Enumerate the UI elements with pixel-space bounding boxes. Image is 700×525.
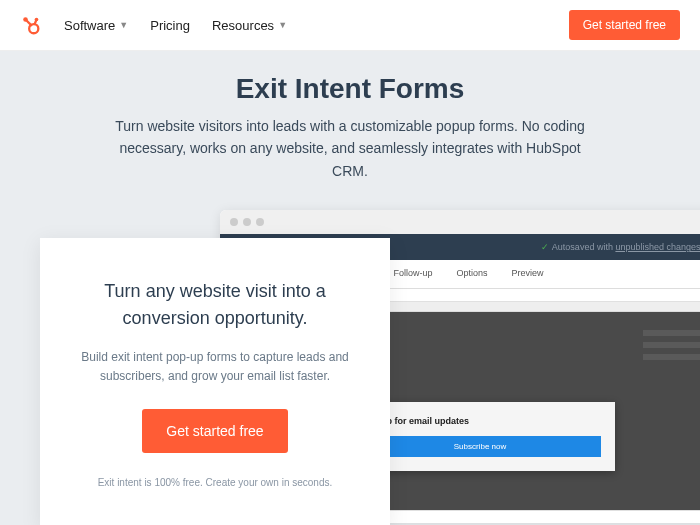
nav-resources[interactable]: Resources▼ xyxy=(212,18,287,33)
card-title: Turn any website visit into a conversion… xyxy=(74,278,356,332)
subscribe-button[interactable]: Subscribe now xyxy=(359,436,601,457)
chevron-down-icon: ▼ xyxy=(278,20,287,30)
window-controls xyxy=(220,210,700,234)
get-started-header-button[interactable]: Get started free xyxy=(569,10,680,40)
autosave-status: ✓Autosaved with unpublished changes ▾ xyxy=(541,242,700,252)
feature-card: Turn any website visit into a conversion… xyxy=(40,238,390,525)
card-subtitle: Build exit intent pop-up forms to captur… xyxy=(74,348,356,386)
get-started-card-button[interactable]: Get started free xyxy=(142,409,287,453)
hubspot-logo-icon xyxy=(20,14,42,36)
nav-pricing[interactable]: Pricing xyxy=(150,18,190,33)
tab-preview[interactable]: Preview xyxy=(500,260,556,288)
card-footer: Exit intent is 100% free. Create your ow… xyxy=(74,477,356,488)
popup-title: Sign up for email updates xyxy=(359,416,601,426)
chevron-down-icon: ▼ xyxy=(119,20,128,30)
nav-software[interactable]: Software▼ xyxy=(64,18,128,33)
tab-options[interactable]: Options xyxy=(445,260,500,288)
svg-line-3 xyxy=(26,20,32,26)
check-icon: ✓ xyxy=(541,242,549,252)
hero-title: Exit Intent Forms xyxy=(40,73,660,105)
tab-followup[interactable]: Follow-up xyxy=(382,260,445,288)
hero-subtitle: Turn website visitors into leads with a … xyxy=(100,115,600,182)
